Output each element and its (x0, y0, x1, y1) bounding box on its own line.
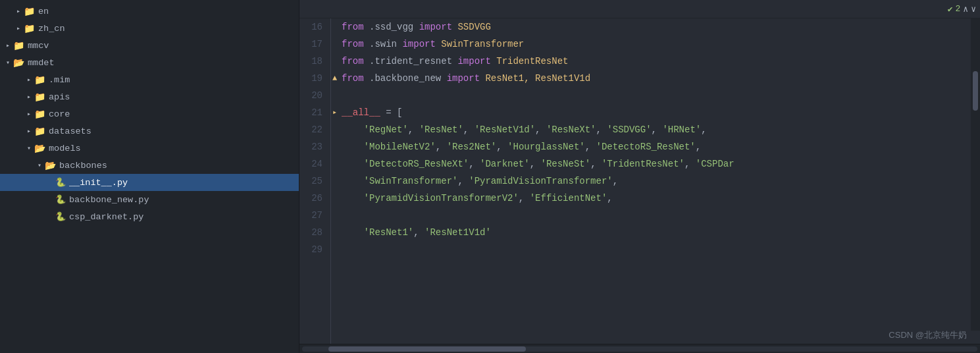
plain-18: .trident_resnet (364, 53, 458, 70)
plain-26-indent (342, 190, 364, 207)
str-24-5: 'CSPDar (696, 155, 735, 173)
sidebar-item-core[interactable]: 📁 core (0, 105, 299, 122)
str-22-4: 'ResNeXt' (546, 121, 596, 138)
sidebar-item-csp-darknet-py[interactable]: 🐍 csp_darknet.py (0, 208, 299, 225)
sidebar-item-en[interactable]: 📁 en (0, 3, 299, 20)
horizontal-scrollbar[interactable] (299, 344, 980, 353)
sidebar-item-zh_cn[interactable]: 📁 zh_cn (0, 20, 299, 37)
sidebar-item-mmcv[interactable]: 📁 mmcv (0, 37, 299, 54)
bracket-gutter-icon: ▸ (332, 104, 337, 121)
str-28-1: 'ResNet1' (364, 224, 414, 241)
vertical-scrollbar[interactable] (971, 18, 980, 331)
pun-25-1: , (457, 173, 469, 190)
up-icon[interactable]: ∧ (963, 4, 968, 14)
folder-zh_cn-icon: 📁 (24, 23, 35, 34)
sidebar-item-apis[interactable]: 📁 apis (0, 88, 299, 105)
pun-24-2: , (530, 155, 541, 173)
str-25-1: 'SwinTransformer' (364, 173, 458, 190)
plain-23-indent (342, 138, 364, 155)
sidebar-item-backbone-new-py[interactable]: 🐍 backbone_new.py (0, 191, 299, 208)
sidebar-item-models[interactable]: 📂 models (0, 140, 299, 157)
sidebar-item-csp-darknet-py-label: csp_darknet.py (69, 212, 143, 222)
str-22-5: 'SSDVGG' (607, 121, 651, 138)
plain-25-indent (342, 173, 364, 190)
kw-from-16: from (342, 18, 364, 36)
chevron-mim-icon (24, 76, 34, 84)
code-line-21: ▸ __all__ = [ (342, 104, 980, 121)
sidebar-item-zh_cn-label: zh_cn (38, 24, 65, 34)
watermark: CSDN @北京纯牛奶 (889, 329, 967, 341)
pun-22-3: , (535, 121, 546, 138)
pun-26-1: , (519, 190, 530, 207)
code-lines: from .ssd_vgg import SSDVGG from .swin i… (331, 18, 980, 344)
plain-22-indent (342, 121, 364, 138)
code-line-25: 'SwinTransformer', 'PyramidVisionTransfo… (342, 173, 980, 190)
sidebar-item-init-py[interactable]: 🐍 __init__.py (0, 174, 299, 191)
sidebar-item-mim[interactable]: 📁 .mim (0, 71, 299, 88)
pun-22-5: , (652, 121, 663, 138)
file-csp-darknet-icon: 🐍 (55, 211, 66, 222)
str-23-1: 'MobileNetV2' (364, 138, 436, 155)
pun-28-1: , (413, 224, 425, 241)
cls-17: SwinTransformer (436, 36, 524, 53)
pun-26-2: , (607, 190, 612, 207)
code-editor: ✔ 2 ∧ ∨ 16 17 18 19 20 21 22 23 24 25 26… (299, 0, 980, 353)
chevron-core-icon (24, 110, 34, 118)
chevron-datasets-icon (24, 127, 34, 135)
code-line-19: ▲ from .backbone_new import ResNet1, Res… (342, 70, 980, 87)
kw-import-19: import (447, 70, 480, 87)
cls-18: TridentResNet (491, 53, 569, 70)
folder-models-icon: 📂 (34, 143, 45, 154)
sidebar-item-datasets[interactable]: 📁 datasets (0, 122, 299, 140)
str-24-1: 'DetectoRS_ResNeXt' (364, 155, 469, 173)
kw-import-17: import (402, 36, 435, 53)
down-icon[interactable]: ∨ (971, 4, 976, 14)
sidebar-item-mmdet-label: mmdet (28, 58, 55, 68)
code-line-18: from .trident_resnet import TridentResNe… (342, 53, 980, 70)
plain-21: = [ (380, 104, 403, 121)
editor-topbar: ✔ 2 ∧ ∨ (299, 0, 980, 18)
str-23-4: 'DetectoRS_ResNet' (596, 138, 696, 155)
scrollbar-thumb[interactable] (973, 71, 978, 111)
pun-25-2: , (613, 173, 618, 190)
pun-23-1: , (436, 138, 447, 155)
code-line-29 (342, 241, 980, 258)
warning-gutter-icon: ▲ (332, 70, 337, 87)
sidebar-item-mmdet[interactable]: 📂 mmdet (0, 54, 299, 71)
plain-28-indent (342, 224, 364, 241)
folder-backbones-icon: 📂 (45, 160, 56, 171)
code-line-24: 'DetectoRS_ResNeXt', 'Darknet', 'ResNeSt… (342, 155, 980, 173)
sidebar-item-backbones-label: backbones (59, 161, 107, 171)
chevron-mmdet-icon (3, 59, 13, 67)
str-24-4: 'TridentResNet' (602, 155, 684, 173)
code-line-16: from .ssd_vgg import SSDVGG (342, 18, 980, 36)
str-24-3: 'ResNeSt' (541, 155, 591, 173)
chevron-zh_cn-icon (13, 24, 24, 32)
var-all-21: __all__ (342, 104, 380, 121)
sidebar-item-apis-label: apis (49, 92, 70, 102)
code-line-22: 'RegNet', 'ResNet', 'ResNetV1d', 'ResNeX… (342, 121, 980, 138)
pun-22-6: , (701, 121, 706, 138)
folder-en-icon: 📁 (24, 6, 35, 17)
plain-24-indent (342, 155, 364, 173)
sidebar-item-models-label: models (49, 144, 81, 153)
pun-24-4: , (684, 155, 696, 173)
kw-from-18: from (342, 53, 364, 70)
sidebar-item-en-label: en (38, 7, 49, 16)
chevron-apis-icon (24, 93, 34, 101)
folder-mim-icon: 📁 (34, 74, 45, 86)
folder-apis-icon: 📁 (34, 92, 45, 103)
code-area: 16 17 18 19 20 21 22 23 24 25 26 27 28 2… (299, 18, 980, 344)
pun-23-3: , (585, 138, 596, 155)
pun-22-2: , (463, 121, 475, 138)
folder-datasets-icon: 📁 (34, 126, 45, 137)
sidebar-item-backbones[interactable]: 📂 backbones (0, 157, 299, 174)
code-line-17: from .swin import SwinTransformer (342, 36, 980, 53)
scrollbar-thumb-horizontal[interactable] (328, 346, 526, 352)
sidebar-item-core-label: core (49, 109, 70, 119)
str-22-6: 'HRNet' (662, 121, 701, 138)
kw-from-17: from (342, 36, 364, 53)
line-numbers: 16 17 18 19 20 21 22 23 24 25 26 27 28 2… (299, 18, 331, 344)
str-23-3: 'HourglassNet' (507, 138, 585, 155)
sidebar-item-backbone-new-py-label: backbone_new.py (69, 195, 149, 205)
